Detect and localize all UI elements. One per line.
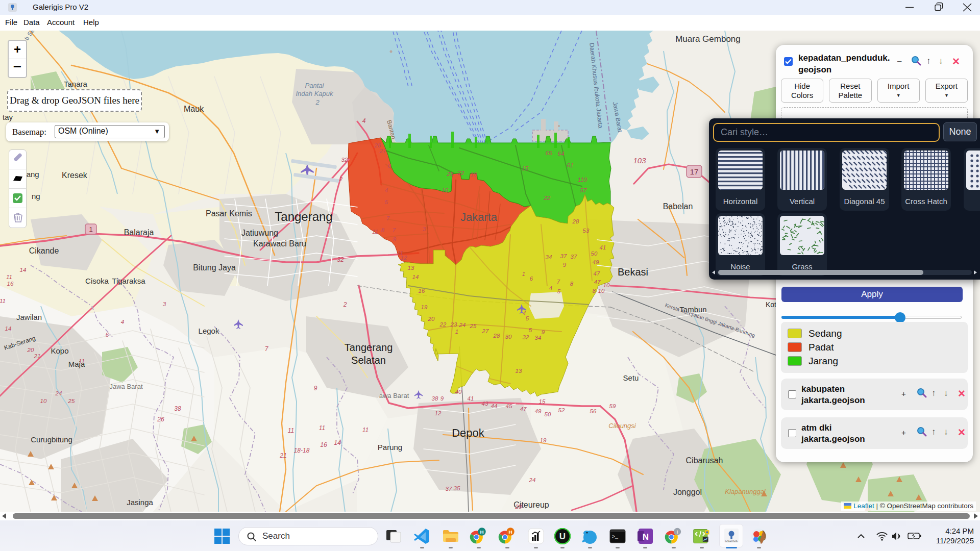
svg-text:38: 38 [432, 395, 438, 402]
svg-text:50: 50 [591, 251, 598, 257]
svg-text:9: 9 [440, 395, 444, 402]
svg-text:37: 37 [571, 254, 577, 260]
svg-text:Kresek: Kresek [62, 171, 88, 180]
svg-text:23: 23 [450, 321, 457, 328]
svg-text:11: 11 [79, 358, 85, 364]
svg-text:8: 8 [381, 227, 385, 233]
svg-text:5: 5 [526, 315, 529, 321]
svg-text:H: H [480, 529, 484, 535]
svg-text:50: 50 [545, 411, 551, 417]
svg-text:27: 27 [482, 328, 489, 334]
svg-text:Indah Kapuk: Indah Kapuk [296, 90, 334, 97]
svg-text:16: 16 [442, 187, 449, 193]
svg-text:28: 28 [493, 333, 500, 339]
svg-text:20: 20 [27, 347, 34, 353]
svg-text:Tanara: Tanara [64, 80, 88, 88]
svg-text:13: 13 [408, 265, 414, 271]
svg-text:45: 45 [506, 403, 512, 409]
svg-text:Legok: Legok [199, 327, 219, 335]
svg-text:Jasinga: Jasinga [127, 498, 153, 507]
svg-text:1: 1 [522, 271, 525, 277]
svg-text:Setu: Setu [623, 373, 639, 382]
svg-text:25: 25 [68, 398, 75, 404]
svg-text:43: 43 [482, 400, 488, 407]
svg-text:16: 16 [7, 281, 14, 287]
svg-text:6: 6 [106, 332, 109, 338]
svg-text:8: 8 [593, 288, 596, 294]
svg-text:9: 9 [563, 262, 567, 268]
svg-text:11: 11 [0, 298, 6, 304]
svg-text:14: 14 [412, 274, 419, 280]
svg-text:4: 4 [549, 285, 552, 291]
svg-text:Cibarusah: Cibarusah [686, 456, 723, 465]
svg-text:11: 11 [319, 424, 325, 432]
svg-text:9: 9 [314, 385, 317, 392]
svg-text:Klapanunggal: Klapanunggal [725, 488, 766, 495]
svg-text:Tangerang: Tangerang [345, 342, 393, 353]
svg-text:13: 13 [516, 368, 522, 374]
svg-text:47: 47 [594, 279, 601, 285]
svg-text:57: 57 [580, 187, 587, 193]
svg-text:24: 24 [55, 390, 62, 396]
svg-text:11: 11 [372, 229, 378, 235]
svg-text:53: 53 [583, 228, 590, 234]
svg-text:GALERIGIS: GALERIGIS [725, 540, 738, 542]
svg-text:Karawaci Baru: Karawaci Baru [253, 239, 306, 248]
svg-text:7: 7 [393, 227, 396, 233]
svg-text:59: 59 [609, 403, 616, 409]
svg-text:32: 32 [337, 256, 344, 263]
svg-text:>_: >_ [612, 534, 619, 540]
svg-text:41: 41 [600, 244, 606, 251]
svg-text:28: 28 [572, 218, 579, 224]
svg-text:14: 14 [5, 325, 12, 332]
svg-text:24: 24 [459, 322, 466, 328]
svg-text:awa Barat: awa Barat [379, 392, 409, 399]
svg-text:19: 19 [540, 437, 547, 443]
svg-text:34: 34 [535, 335, 542, 341]
svg-text:19: 19 [421, 304, 428, 310]
svg-text:Jonggol: Jonggol [673, 488, 702, 496]
svg-text:Curugbitung: Curugbitung [31, 435, 72, 444]
svg-text:10: 10 [598, 288, 605, 294]
svg-text:22: 22 [457, 170, 464, 176]
svg-text:27: 27 [379, 148, 386, 154]
svg-text:38: 38 [174, 405, 181, 412]
svg-text:65: 65 [546, 150, 552, 156]
svg-text:16: 16 [419, 288, 425, 294]
svg-text:Jawa Barat: Jawa Barat [109, 383, 142, 390]
svg-text:4: 4 [385, 187, 388, 193]
svg-text:14: 14 [334, 439, 341, 446]
svg-text:25: 25 [447, 171, 454, 177]
svg-text:49: 49 [593, 259, 599, 265]
svg-text:0: 0 [388, 163, 391, 169]
svg-text:11: 11 [288, 427, 294, 434]
svg-text:Tigaraksa: Tigaraksa [112, 277, 145, 285]
svg-text:Selatan: Selatan [351, 355, 386, 366]
svg-text:Pantai: Pantai [305, 82, 325, 89]
svg-text:22: 22 [544, 195, 551, 201]
svg-text:2: 2 [315, 98, 320, 106]
svg-text:2: 2 [343, 301, 347, 308]
svg-text:28: 28 [515, 504, 522, 510]
svg-text:12: 12 [435, 410, 442, 416]
svg-text:37: 37 [446, 486, 452, 492]
svg-text:47: 47 [520, 406, 527, 412]
svg-text:11: 11 [362, 427, 369, 434]
svg-text:35: 35 [454, 485, 460, 491]
svg-text:Depok: Depok [452, 427, 485, 439]
svg-text:56: 56 [590, 408, 597, 414]
svg-text:Jakarta: Jakarta [460, 211, 498, 223]
svg-text:H: H [509, 529, 512, 535]
svg-text:Cikande: Cikande [29, 246, 59, 255]
svg-text:30: 30 [505, 334, 512, 340]
svg-text:U: U [559, 532, 566, 541]
svg-text:4: 4 [121, 319, 124, 325]
svg-text:1: 1 [89, 226, 92, 233]
svg-text:Jawilan: Jawilan [16, 313, 42, 321]
svg-text:Tangerang: Tangerang [275, 210, 332, 223]
svg-text:49: 49 [535, 408, 542, 414]
svg-text:Babelan: Babelan [663, 202, 693, 211]
svg-text:9: 9 [393, 236, 397, 242]
svg-text:Bekasi: Bekasi [618, 266, 648, 278]
svg-text:19: 19 [471, 171, 477, 178]
